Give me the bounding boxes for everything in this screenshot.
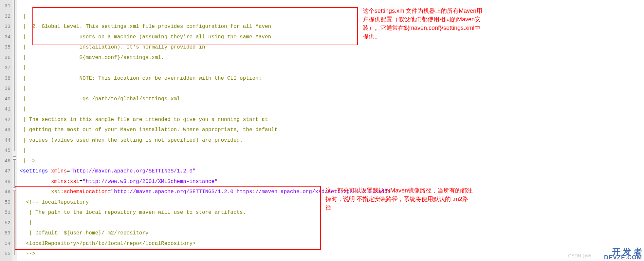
line-number: 44 xyxy=(0,135,10,146)
code-line: | xyxy=(20,106,26,112)
code-line: | installation). It's normally provided … xyxy=(20,44,205,50)
line-number: 51 xyxy=(0,208,10,218)
code-line: xmlns:xsi="http://www.w3.org/2001/XMLSch… xyxy=(20,179,218,185)
code-line: | xyxy=(20,148,26,153)
line-number: 31 xyxy=(0,1,10,11)
code-line: | users on a machine (assuming they're a… xyxy=(20,34,271,40)
line-number: 37 xyxy=(0,63,10,73)
line-number: 54 xyxy=(0,239,10,249)
line-number: 46 xyxy=(0,156,10,167)
line-number: 49 xyxy=(0,187,10,197)
code-line: | xyxy=(20,13,26,19)
code-line: --> xyxy=(20,251,35,257)
line-number: 53 xyxy=(0,228,10,239)
line-number: 48 xyxy=(0,177,10,187)
watermark-devze: 开 发 者 DEVZE.COM xyxy=(604,249,642,260)
line-number-gutter: 3132333435363738394041424344454647484950… xyxy=(0,0,12,261)
code-line: | The sections in this sample file are i… xyxy=(20,117,268,123)
code-line: | NOTE: This location can be overridden … xyxy=(20,75,262,81)
code-line: | xyxy=(20,220,32,226)
code-line: | Default: ${user.home}/.m2/repository xyxy=(20,230,149,236)
annotation-text: 这个settings.xml文件为机器上的所有Maven用户提供配置（假设他们都… xyxy=(363,7,484,41)
fold-gutter: − − xyxy=(12,0,17,261)
code-line: <localRepository>/path/to/local/repo</lo… xyxy=(20,241,196,247)
line-number: 50 xyxy=(0,197,10,208)
code-line: | xyxy=(20,86,26,91)
line-number: 36 xyxy=(0,53,10,63)
line-number: 39 xyxy=(0,84,10,94)
fold-toggle-icon[interactable]: − xyxy=(13,156,16,160)
code-line: |--> xyxy=(20,158,35,164)
line-number: 34 xyxy=(0,32,10,43)
line-number: 40 xyxy=(0,94,10,105)
line-number: 42 xyxy=(0,115,10,125)
line-number: 47 xyxy=(0,166,10,177)
code-line: | values (values used when the setting i… xyxy=(20,137,243,143)
line-number: 41 xyxy=(0,104,10,115)
line-number: 33 xyxy=(0,22,10,32)
code-line: | ${maven.conf}/settings.xml. xyxy=(20,55,164,61)
code-line: <!-- localRepository xyxy=(20,199,89,205)
fold-guide xyxy=(14,156,15,255)
line-number: 35 xyxy=(0,42,10,53)
code-line: | getting the most out of your Maven ins… xyxy=(20,127,277,133)
code-line: | 2. Global Level. This settings.xml fil… xyxy=(20,24,271,30)
code-area[interactable]: | | 2. Global Level. This settings.xml f… xyxy=(17,0,644,261)
code-line: <settings xmlns="http://maven.apache.org… xyxy=(20,168,196,174)
code-line: | The path to the local repository maven… xyxy=(20,210,246,215)
line-number: 45 xyxy=(0,146,10,156)
line-number: 43 xyxy=(0,125,10,135)
annotation-text: 这一部分可以设置默认的Maven镜像路径，当所有的都注掉时，说明 不指定安装路径… xyxy=(325,186,476,212)
code-editor: 3132333435363738394041424344454647484950… xyxy=(0,0,644,261)
code-line: | -gs /path/to/global/settings.xml xyxy=(20,96,180,102)
watermark-csdn: CSDN @棒 xyxy=(568,253,592,259)
line-number: 32 xyxy=(0,11,10,22)
code-line: | xyxy=(20,65,26,71)
line-number: 38 xyxy=(0,73,10,84)
fold-toggle-icon[interactable]: − xyxy=(13,188,16,191)
line-number: 55 xyxy=(0,249,10,259)
fold-guide xyxy=(14,0,15,151)
line-number: 52 xyxy=(0,218,10,229)
